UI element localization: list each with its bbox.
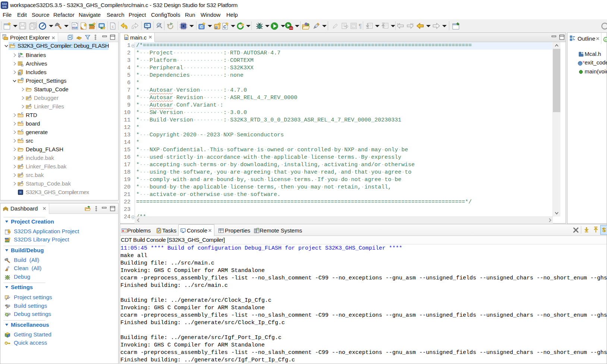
- svg-text:c: c: [112, 25, 114, 29]
- svg-text:010: 010: [72, 26, 78, 29]
- svg-text:C: C: [21, 121, 23, 124]
- svg-text:C: C: [21, 138, 23, 141]
- svg-text:h: h: [19, 72, 20, 75]
- svg-text:C: C: [200, 25, 203, 29]
- svg-text:DS: DS: [2, 5, 7, 9]
- svg-text:v: v: [583, 60, 584, 63]
- svg-text:10: 10: [18, 53, 21, 56]
- svg-text:C: C: [21, 129, 23, 132]
- svg-text:.c: .c: [125, 37, 128, 39]
- svg-text:c: c: [216, 26, 217, 29]
- svg-text:¶: ¶: [359, 23, 362, 29]
- svg-text:01: 01: [21, 56, 23, 58]
- svg-text:C: C: [21, 112, 23, 115]
- svg-text:C: C: [13, 43, 15, 46]
- svg-text:c: c: [22, 78, 23, 80]
- svg-text:C: C: [605, 38, 607, 42]
